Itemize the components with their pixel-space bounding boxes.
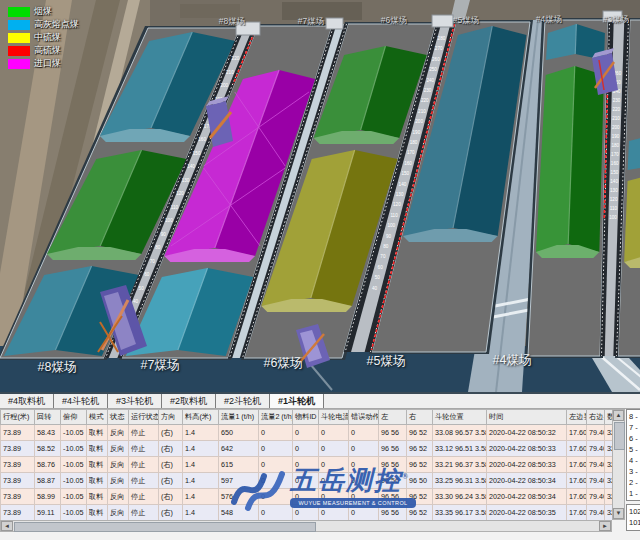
cell: 0 [319, 473, 349, 489]
scroll-right-icon[interactable]: ► [599, 521, 611, 531]
cell: (右) [159, 457, 183, 473]
col-header[interactable]: 数 [605, 410, 613, 425]
vertical-scroll-thumb[interactable] [614, 422, 625, 450]
cell: 停止 [129, 505, 159, 521]
cell: 1.4 [183, 505, 219, 521]
col-header[interactable]: 回转 [35, 410, 61, 425]
track-distance-label: 100 [387, 223, 395, 228]
col-header[interactable]: 时间 [487, 410, 567, 425]
telemetry-table-wrap: 行程(米)回转俯仰模式状态运行状态方向料高(米)流量1 (t/h)流量2 (t/… [0, 409, 612, 520]
pile-list-item[interactable]: 4 - [629, 455, 640, 466]
track-distance-label: 160 [198, 137, 206, 142]
col-header[interactable]: 错误动作 [349, 410, 379, 425]
track-distance-label: 190 [413, 130, 421, 135]
legend-swatch [8, 20, 30, 30]
cell: 96 52 [407, 505, 433, 521]
col-header[interactable]: 右边界 [587, 410, 605, 425]
pile-list-item[interactable]: 3 - [629, 466, 640, 477]
cell: 取料 [87, 489, 108, 505]
tab-#2斗轮机[interactable]: #2斗轮机 [216, 394, 270, 408]
code-list-item[interactable]: 102 [629, 506, 640, 517]
col-header[interactable]: 行程(米) [1, 410, 35, 425]
table-row[interactable]: 73.8958.43-10.05取料反向停止(右)1.4650000096 56… [1, 425, 613, 441]
col-header[interactable]: 方向 [159, 410, 183, 425]
code-list[interactable]: 102101 [626, 504, 640, 531]
pile-list-item[interactable]: 2 - [629, 477, 640, 488]
cell: 548 [219, 505, 259, 521]
pile-number-list[interactable]: 8 -7 -6 -5 -4 -3 -2 -1 - [626, 409, 640, 501]
track-distance-label: 110 [390, 213, 398, 218]
tab-#2取料机[interactable]: #2取料机 [162, 394, 216, 408]
tab-#4斗轮机[interactable]: #4斗轮机 [54, 394, 108, 408]
cell: 58.87 [35, 473, 61, 489]
cell: -10.05 [61, 425, 87, 441]
yard-label-bottom: #5煤场 [367, 353, 406, 370]
cell: 576 [219, 489, 259, 505]
col-header[interactable]: 左边界 [567, 410, 587, 425]
cell: 58.99 [35, 489, 61, 505]
scroll-down-icon[interactable]: ▼ [613, 508, 624, 519]
col-header[interactable]: 左 [379, 410, 407, 425]
track-distance-label: 120 [610, 197, 618, 202]
col-header[interactable]: 模式 [87, 410, 108, 425]
yard-3d-view: 2202102001901801701601501401301201101009… [0, 0, 640, 392]
legend-label: 高灰熔点煤 [34, 18, 79, 31]
col-header[interactable]: 右 [407, 410, 433, 425]
cell: 642 [219, 441, 259, 457]
vertical-scrollbar[interactable]: ▲ ▼ [612, 409, 625, 520]
col-header[interactable]: 状态 [108, 410, 129, 425]
scroll-left-icon[interactable]: ◄ [1, 521, 13, 531]
tab-#4取料机[interactable]: #4取料机 [0, 394, 54, 408]
cell: 33.12 96.51 3.58 [433, 441, 487, 457]
col-header[interactable]: 料高(米) [183, 410, 219, 425]
col-header[interactable]: 斗轮位置 [433, 410, 487, 425]
table-row[interactable]: 73.8959.11-10.05取料反向停止(右)1.4548000096 56… [1, 505, 613, 521]
pile-list-item[interactable]: 6 - [629, 433, 640, 444]
table-row[interactable]: 73.8958.52-10.05取料反向停止(右)1.4642000096 56… [1, 441, 613, 457]
cell: 32 [605, 473, 613, 489]
track-distance-label: 80 [383, 244, 389, 249]
cell: 73.89 [1, 425, 35, 441]
cell: 反向 [108, 505, 129, 521]
cell: 17.60 [567, 457, 587, 473]
col-header[interactable]: 俯仰 [61, 410, 87, 425]
track-distance-label: 170 [407, 150, 415, 155]
coal-yard-monitoring-screen: 2202102001901801701601501401301201101009… [0, 0, 640, 540]
track-distance-label: 230 [424, 88, 432, 93]
scroll-up-icon[interactable]: ▲ [613, 410, 624, 421]
machine-data-panel: #4取料机#4斗轮机#3斗轮机#2取料机#2斗轮机#1斗轮机 行程(米)回转俯仰… [0, 392, 640, 540]
cell: 0 [293, 425, 319, 441]
table-row[interactable]: 73.8958.87-10.05取料反向停止(右)1.4597000096 56… [1, 473, 613, 489]
track-distance-label: 60 [144, 272, 150, 277]
cell: 1.4 [183, 441, 219, 457]
cell: 33.08 96.57 3.58 [433, 425, 487, 441]
cell: 反向 [108, 489, 129, 505]
col-header[interactable]: 流量2 (t/h) [259, 410, 293, 425]
track-distance-label: 150 [193, 151, 201, 156]
pile-list-item[interactable]: 1 - [629, 488, 640, 499]
table-row[interactable]: 73.8958.76-10.05取料反向停止(右)1.4615000096 56… [1, 457, 613, 473]
col-header[interactable]: 运行状态 [129, 410, 159, 425]
pile-list-item[interactable]: 5 - [629, 444, 640, 455]
pile-list-item[interactable]: 7 - [629, 422, 640, 433]
tab-#1斗轮机[interactable]: #1斗轮机 [270, 394, 324, 408]
cell: 96 52 [407, 425, 433, 441]
cell: (右) [159, 473, 183, 489]
legend-label: 高硫煤 [34, 44, 61, 57]
track-distance-label: 40 [133, 299, 139, 304]
col-header[interactable]: 斗轮电流 [319, 410, 349, 425]
legend-label: 进口煤 [34, 57, 61, 70]
tab-#3斗轮机[interactable]: #3斗轮机 [108, 394, 162, 408]
col-header[interactable]: 物料ID [293, 410, 319, 425]
pile-list-item[interactable]: 8 - [629, 411, 640, 422]
horizontal-scrollbar[interactable]: ◄ ► [0, 520, 612, 532]
track-distance-label: 220 [612, 107, 620, 112]
horizontal-scroll-thumb[interactable] [14, 522, 316, 532]
cell: 96 56 [379, 473, 407, 489]
cell: 58.76 [35, 457, 61, 473]
table-row[interactable]: 73.8958.99-10.05取料反向停止(右)1.4576000096 56… [1, 489, 613, 505]
code-list-item[interactable]: 101 [629, 517, 640, 528]
cell: 96 52 [407, 457, 433, 473]
cell: 0 [259, 457, 293, 473]
col-header[interactable]: 流量1 (t/h) [219, 410, 259, 425]
